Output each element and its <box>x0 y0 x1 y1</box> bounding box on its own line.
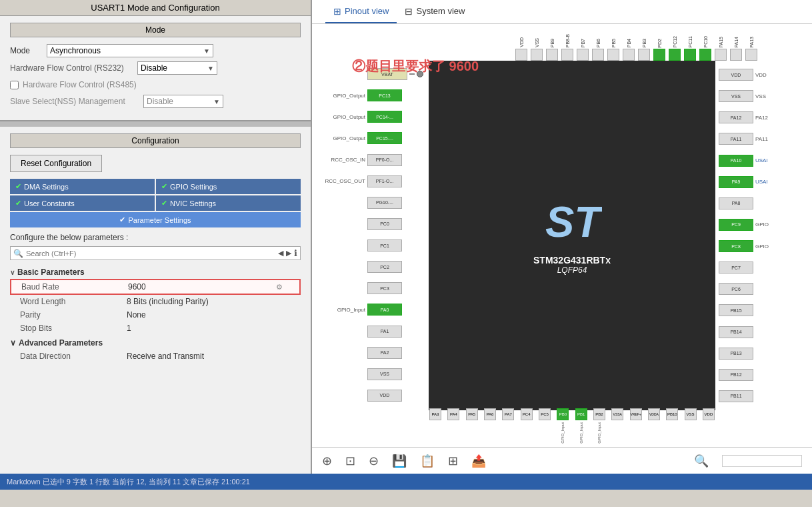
search-icon: 🔍 <box>13 249 23 258</box>
tab-system[interactable]: ⊟ System view <box>397 1 473 23</box>
nvic-settings-label: NVIC Settings <box>170 199 216 207</box>
slave-row: Slave Select(NSS) Management Disable ▼ <box>10 95 301 108</box>
toolbar-search-input[interactable] <box>722 455 802 467</box>
right-pin-pb14: PB14 <box>719 326 812 338</box>
gpio-settings-label: GPIO Settings <box>170 183 217 191</box>
right-panel: ⊞ Pinout view ⊟ System view ②题目里要求了 9600 <box>312 0 812 474</box>
pin-pc4-bottom: PC4 <box>520 408 533 420</box>
baud-rate-gear-icon[interactable]: ⚙ <box>276 283 289 292</box>
right-pin-pa11: PA11 PA11 <box>719 133 812 145</box>
pin-pb3-top: PB3 <box>637 39 651 61</box>
config-section: Configuration Reset Configuration ✔ DMA … <box>0 127 311 474</box>
left-pin-pa0: GPIO_Input PA0 <box>312 304 425 316</box>
right-pin-pc9: PC9 GPIO <box>719 219 812 231</box>
tab-pinout[interactable]: ⊞ Pinout view <box>325 1 397 23</box>
zoom-in-icon[interactable]: ⊕ <box>322 454 332 468</box>
config-desc: Configure the below parameters : <box>10 233 301 242</box>
left-pin-vss: VSS <box>312 368 425 380</box>
user-constants-check-icon: ✔ <box>15 199 21 207</box>
left-pin-vdd: VDD <box>312 390 425 402</box>
pin-pb5-top: PB5 <box>606 39 621 61</box>
panel-title: USART1 Mode and Configuration <box>0 0 311 16</box>
param-settings-label: Parameter Settings <box>128 216 191 224</box>
pin-vss-top: VSS <box>529 38 544 61</box>
search-prev-icon[interactable]: ◀ <box>278 249 283 258</box>
left-pin-pc3: PC3 <box>312 282 425 294</box>
chip-package-text: LQFP64 <box>557 266 587 275</box>
pinout-tab-icon: ⊞ <box>333 6 341 17</box>
dma-settings-button[interactable]: ✔ DMA Settings <box>10 179 155 194</box>
pin-pb7-top: PB7 <box>575 39 590 61</box>
right-pins-col: VDD VDD VSS VSS PA12 PA12 <box>719 61 812 410</box>
pin-vdd-bottom: VDD <box>702 408 715 420</box>
pin-vdd-top: VDD <box>514 37 529 61</box>
save-icon[interactable]: 💾 <box>392 454 407 468</box>
pin-pb2-bottom: PB2 GPIO_Input <box>593 408 606 444</box>
param-tree: ∨ Basic Parameters Baud Rate ⚙ Word Leng… <box>10 266 301 363</box>
word-length-value: 8 Bits (including Parity) <box>127 297 277 306</box>
left-pin-pc15: GPIO_Output PC15-... <box>312 132 425 144</box>
stop-bits-value: 1 <box>127 324 277 333</box>
baud-rate-value <box>128 282 276 292</box>
zoom-out-icon[interactable]: ⊖ <box>369 454 379 468</box>
left-pin-pf1: RCC_OSC_OUT PF1-O... <box>312 175 425 187</box>
export-icon[interactable]: 📤 <box>471 454 486 468</box>
slave-select[interactable]: Disable ▼ <box>143 95 223 108</box>
slave-arrow: ▼ <box>213 98 220 105</box>
grid-icon[interactable]: ⊞ <box>448 454 458 468</box>
user-constants-label: User Constants <box>24 199 75 207</box>
param-settings-button[interactable]: ✔ Parameter Settings <box>10 212 301 227</box>
data-direction-value: Receive and Transmit <box>127 352 277 361</box>
mode-select-value: Asynchronous <box>50 46 101 55</box>
user-constants-button[interactable]: ✔ User Constants <box>10 195 155 211</box>
basic-params-label: Basic Parameters <box>17 268 85 277</box>
system-tab-icon: ⊟ <box>405 6 413 17</box>
nvic-settings-button[interactable]: ✔ NVIC Settings <box>156 195 301 211</box>
nvic-check-icon: ✔ <box>161 199 167 207</box>
search-toolbar-icon[interactable]: 🔍 <box>694 454 709 468</box>
gpio-check-icon: ✔ <box>161 182 167 191</box>
hfc-rs232-label: Hardware Flow Control (RS232) <box>10 63 133 73</box>
pin-pb9-top: PB9 <box>545 39 559 61</box>
status-text: Markdown 已选中 9 字数 1 行数 当前行 12, 当前列 11 文章… <box>7 477 250 487</box>
param-check-icon: ✔ <box>119 215 125 224</box>
pin-pd2-top: PD2 <box>652 39 667 61</box>
parity-value: None <box>127 310 277 320</box>
status-bar: Markdown 已选中 9 字数 1 行数 当前行 12, 当前列 11 文章… <box>0 474 812 490</box>
fit-icon[interactable]: ⊡ <box>345 454 355 468</box>
gpio-settings-button[interactable]: ✔ GPIO Settings <box>156 179 301 194</box>
right-pin-pa12: PA12 PA12 <box>719 111 812 123</box>
reset-config-button[interactable]: Reset Configuration <box>10 155 102 172</box>
left-pin-pc14: GPIO_Output PC14-... <box>312 111 425 123</box>
parity-row: Parity None <box>10 308 301 322</box>
left-pin-pf0: RCC_OSC_IN PF0-O... <box>312 154 425 166</box>
pin-pb4-top: PB4 <box>621 39 636 61</box>
chip-body: ST STM32G431RBTx LQFP64 <box>429 61 715 410</box>
hfc-rs232-row: Hardware Flow Control (RS232) Disable ▼ <box>10 61 301 75</box>
info-icon[interactable]: ℹ <box>294 248 297 258</box>
copy-icon[interactable]: 📋 <box>420 454 435 468</box>
hfc-rs485-checkbox[interactable] <box>10 81 19 89</box>
baud-rate-row[interactable]: Baud Rate ⚙ <box>10 279 301 295</box>
right-pin-pb15: PB15 <box>719 304 812 316</box>
pinout-area: ②题目里要求了 9600 VDD VSS <box>312 24 812 474</box>
baud-rate-input[interactable] <box>128 282 276 292</box>
right-pin-vss: VSS VSS <box>719 90 812 102</box>
pinout-tab-label: Pinout view <box>345 6 389 16</box>
hfc-rs232-select[interactable]: Disable ▼ <box>137 61 217 75</box>
right-pin-pb11: PB11 <box>719 390 812 402</box>
right-pin-pc8: PC8 GPIO <box>719 240 812 252</box>
baud-rate-label: Baud Rate <box>21 282 128 292</box>
pin-vdda-bottom: VDDA <box>647 408 661 420</box>
advanced-params-group[interactable]: ∨ Advanced Parameters <box>10 335 301 350</box>
search-input[interactable] <box>26 249 275 258</box>
mode-header: Mode <box>10 23 301 37</box>
stop-bits-row: Stop Bits 1 <box>10 322 301 335</box>
data-direction-row: Data Direction Receive and Transmit <box>10 350 301 363</box>
dma-check-icon: ✔ <box>15 182 21 191</box>
mode-select[interactable]: Asynchronous ▼ <box>47 44 213 57</box>
pin-pa4-bottom: PA4 <box>447 408 460 420</box>
search-row: 🔍 ◀ ▶ ℹ <box>10 246 301 260</box>
basic-params-group[interactable]: ∨ Basic Parameters <box>10 266 301 279</box>
search-next-icon[interactable]: ▶ <box>286 249 291 258</box>
